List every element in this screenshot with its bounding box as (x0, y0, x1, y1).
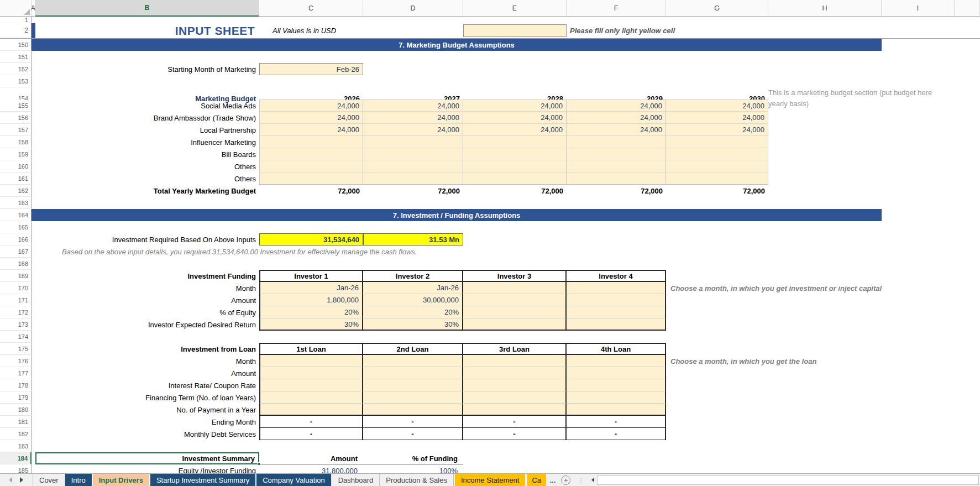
loan-calc-value[interactable]: - (363, 416, 463, 428)
marketing-row-label[interactable]: Others (35, 173, 259, 185)
marketing-input[interactable]: 24,000 (463, 100, 567, 112)
starting-month-input[interactable]: Feb-26 (259, 63, 363, 75)
funding-input[interactable] (567, 306, 666, 318)
marketing-input[interactable] (666, 148, 768, 160)
funding-input[interactable]: 20% (259, 306, 363, 318)
column-header-a[interactable]: A (32, 0, 35, 17)
marketing-row-label[interactable]: Social Media Ads (35, 100, 259, 112)
row-header-185[interactable]: 185 (0, 464, 32, 473)
marketing-input[interactable]: 24,000 (363, 112, 463, 124)
tab-production-sales[interactable]: Production & Sales (379, 474, 454, 486)
row-header-170[interactable]: 170 (0, 282, 32, 294)
loan-table-title[interactable]: Investment from Loan (35, 343, 259, 355)
summary-funding-value[interactable]: 100% (363, 464, 463, 473)
row-header-151[interactable]: 151 (0, 51, 32, 63)
marketing-input[interactable]: 24,000 (259, 100, 363, 112)
marketing-input[interactable] (363, 160, 463, 173)
loan-input[interactable] (567, 367, 666, 379)
row-header-164[interactable]: 164 (0, 209, 32, 221)
summary-amount-header[interactable]: Amount (259, 452, 363, 464)
funding-input[interactable] (567, 318, 666, 331)
row-header-176[interactable]: 176 (0, 355, 32, 367)
starting-month-label[interactable]: Starting Month of Marketing (35, 63, 259, 75)
row-header-158[interactable]: 158 (0, 136, 32, 148)
row-header-162[interactable]: 162 (0, 185, 32, 197)
funding-table-title[interactable]: Investment Funding (35, 270, 259, 282)
investor-3-header[interactable]: Investor 3 (463, 270, 567, 282)
marketing-input[interactable]: 24,000 (567, 124, 666, 136)
marketing-input[interactable] (259, 173, 363, 185)
loan-input[interactable] (363, 391, 463, 404)
marketing-input[interactable] (463, 136, 567, 148)
funding-row-label[interactable]: % of Equity (35, 306, 259, 318)
row-header-174[interactable]: 174 (0, 331, 32, 343)
loan-input[interactable] (463, 355, 567, 367)
row-header-155[interactable]: 155 (0, 100, 32, 112)
marketing-row-label[interactable]: Influencer Marketing (35, 136, 259, 148)
row-header-150[interactable]: 150 (0, 39, 32, 51)
tab-intro[interactable]: Intro (65, 474, 92, 486)
loan-input[interactable] (363, 367, 463, 379)
row-header-178[interactable]: 178 (0, 379, 32, 391)
row-header-163[interactable]: 163 (0, 197, 32, 209)
marketing-input[interactable]: 24,000 (463, 112, 567, 124)
marketing-input[interactable]: 24,000 (363, 124, 463, 136)
marketing-total-label[interactable]: Total Yearly Marketing Budget (35, 185, 259, 197)
loan-calc-label[interactable]: Monthly Debt Services (35, 428, 259, 440)
marketing-input[interactable] (666, 173, 768, 185)
row-header-172[interactable]: 172 (0, 306, 32, 318)
tabs-scroll-right-icon[interactable] (20, 477, 23, 483)
loan-calc-value[interactable]: - (567, 428, 666, 440)
loan-calc-value[interactable]: - (363, 428, 463, 440)
loan-row-label[interactable]: Financing Term (No. of loan Years) (35, 391, 259, 404)
loan-input[interactable] (259, 355, 363, 367)
loan-2-header[interactable]: 2nd Loan (363, 343, 463, 355)
marketing-input[interactable] (567, 136, 666, 148)
marketing-input[interactable] (666, 136, 768, 148)
marketing-total[interactable]: 72,000 (363, 185, 463, 197)
row-header-184-selected[interactable]: 184 (0, 452, 32, 464)
row-header-171[interactable]: 171 (0, 294, 32, 306)
loan-input[interactable] (363, 404, 463, 416)
row-header-179[interactable]: 179 (0, 391, 32, 404)
tab-truncated[interactable]: Ca (527, 474, 546, 486)
row-header-159[interactable]: 159 (0, 148, 32, 160)
marketing-input[interactable] (259, 136, 363, 148)
loan-input[interactable] (463, 391, 567, 404)
select-all-button[interactable] (0, 0, 32, 17)
row-header-173[interactable]: 173 (0, 318, 32, 331)
header-input-cell[interactable] (463, 24, 567, 37)
funding-input[interactable]: 30% (259, 318, 363, 331)
marketing-input[interactable]: 24,000 (463, 124, 567, 136)
marketing-total[interactable]: 72,000 (259, 185, 363, 197)
add-sheet-button[interactable]: + (561, 475, 570, 485)
row-header-182[interactable]: 182 (0, 428, 32, 440)
investor-4-header[interactable]: Investor 4 (567, 270, 666, 282)
tab-overflow-ellipsis[interactable]: ... (547, 474, 558, 486)
row-header-160[interactable]: 160 (0, 160, 32, 173)
summary-funding-header[interactable]: % of Funding (363, 452, 463, 464)
loan-input[interactable] (463, 404, 567, 416)
hscroll-left-button[interactable] (588, 475, 597, 485)
marketing-input[interactable]: 24,000 (259, 112, 363, 124)
row-header-156[interactable]: 156 (0, 112, 32, 124)
row-header-183[interactable]: 183 (0, 440, 32, 452)
selected-cell-investment-summary[interactable]: Investment Summary (35, 452, 259, 464)
marketing-input[interactable] (363, 136, 463, 148)
marketing-row-label[interactable]: Brand Ambassdor (Trade Show) (35, 112, 259, 124)
funding-input[interactable] (463, 306, 567, 318)
summary-row-label[interactable]: Equity /Investor Funding (35, 464, 259, 473)
marketing-total[interactable]: 72,000 (463, 185, 567, 197)
investment-required-mn[interactable]: 31.53 Mn (363, 233, 463, 245)
loan-input[interactable] (259, 379, 363, 391)
funding-row-label[interactable]: Month (35, 282, 259, 294)
loan-calc-value[interactable]: - (259, 428, 363, 440)
loan-input[interactable] (567, 391, 666, 404)
investment-required-label[interactable]: Investment Required Based On Above Input… (35, 233, 259, 245)
funding-input[interactable]: Jan-26 (259, 282, 363, 294)
funding-input[interactable] (463, 318, 567, 331)
loan-input[interactable] (567, 379, 666, 391)
row-header-1[interactable]: 1 (0, 17, 32, 23)
marketing-input[interactable]: 24,000 (363, 100, 463, 112)
loan-calc-value[interactable]: - (463, 428, 567, 440)
